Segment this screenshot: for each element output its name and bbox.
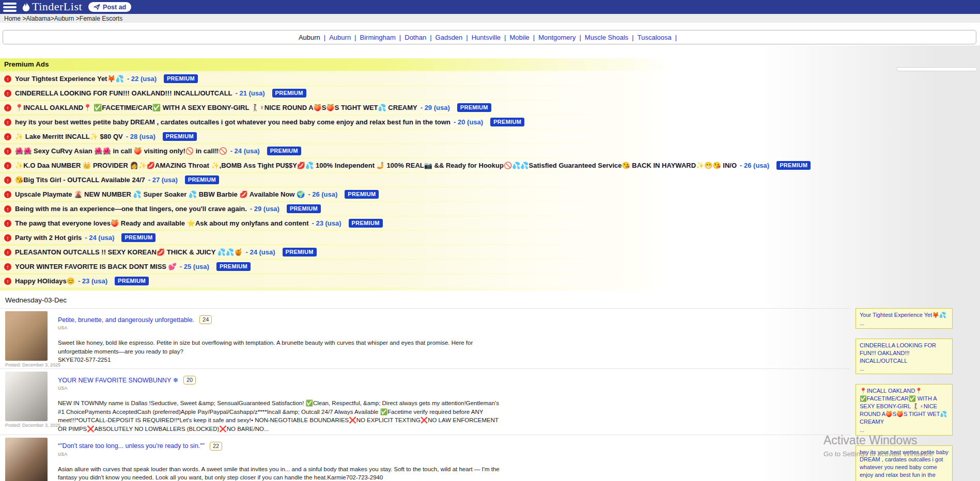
premium-ad-title[interactable]: 🌺🌺 Sexy CuRvy Asian 🌺🌺 in call 🍑 visitin… [15, 147, 227, 155]
sidebar-ad-more-link[interactable]: ... [860, 320, 948, 326]
listing-info-column: “"Don't stare too long... unless you're … [58, 438, 850, 481]
premium-ad-row[interactable]: ↑ 😘Big Tits Girl - OUTCALL Available 24/… [0, 173, 842, 186]
premium-ad-title[interactable]: ✨ Lake Merritt INCALL✨ $80 QV [15, 133, 123, 140]
sidebar-ad-title[interactable]: CINDERELLA LOOKING FOR FUN!!! OAKLAND!!!… [860, 342, 948, 365]
sidebar-premium-ad[interactable]: 📍INCALL OAKLAND📍 ✅FACETIME/CAR✅ WITH A S… [855, 384, 953, 435]
listing-thumbnail[interactable] [5, 372, 48, 421]
premium-ad-row[interactable]: ↑ Party with 2 Hot girls - 24 (usa) PREM… [0, 231, 842, 244]
premium-ad-row[interactable]: ↑ ✨ Lake Merritt INCALL✨ $80 QV - 28 (us… [0, 130, 842, 143]
up-arrow-icon: ↑ [4, 133, 11, 140]
sidebar-ad-title[interactable]: hey its your best wettes petite baby DRE… [860, 448, 948, 481]
breadcrumb-item-auburn[interactable]: Auburn [54, 15, 74, 22]
sidebar-ad-title[interactable]: 📍INCALL OAKLAND📍 ✅FACETIME/CAR✅ WITH A S… [860, 387, 948, 425]
sidebar-premium-ad[interactable]: CINDERELLA LOOKING FOR FUN!!! OAKLAND!!!… [855, 339, 953, 375]
breadcrumb-separator: > [51, 15, 54, 22]
premium-ad-row[interactable]: ↑ Your Tightest Experience Yet🦊💦 - 22 (u… [0, 72, 842, 85]
breadcrumb: Home >Alabama>Auburn >Female Escorts [0, 14, 980, 23]
sidebar-premium-ad[interactable]: Your Tightest Experience Yet🦊💦 ... [855, 308, 953, 329]
premium-ad-row[interactable]: ↑ ✨K.O Daa NUMBER 👑 PROVIDER 👩✨💋AMAZING … [0, 159, 842, 172]
sidebar-ad-more-link[interactable]: ... [860, 365, 948, 372]
city-separator: | [533, 34, 535, 41]
premium-ad-row[interactable]: ↑ 📍INCALL OAKLAND📍 ✅FACETIME/CAR✅ WITH A… [0, 101, 842, 114]
city-separator: | [675, 34, 677, 41]
premium-ad-title[interactable]: YOUR WINTER FAVORITE IS BACK DONT MISS 💕 [15, 263, 177, 270]
breadcrumb-item-alabama[interactable]: Alabama [26, 15, 50, 22]
premium-ad-row[interactable]: ↑ Being with me is an experience—one tha… [0, 202, 842, 215]
city-links-bar: Auburn|Auburn|Birmingham|Dothan|Gadsden|… [3, 30, 976, 44]
premium-ad-row[interactable]: ↑ Upscale Playmate 🌋 NEW NUMBER 💦 Super … [0, 188, 842, 201]
city-link-montgomery[interactable]: Montgomery [538, 34, 575, 41]
up-arrow-icon: ↑ [4, 148, 11, 155]
premium-ad-title[interactable]: Happy HOlidays😊 [15, 277, 75, 285]
city-link-muscle-shoals[interactable]: Muscle Shoals [585, 34, 629, 41]
premium-badge: PREMIUM [457, 103, 491, 112]
premium-ad-title[interactable]: ✨K.O Daa NUMBER 👑 PROVIDER 👩✨💋AMAZING Th… [15, 162, 737, 169]
premium-ad-age: - 23 (usa) [312, 219, 341, 227]
post-ad-label: Post ad [103, 4, 126, 11]
premium-ad-title[interactable]: The pawg that everyone loves🍑 Ready and … [15, 219, 308, 227]
premium-ad-title[interactable]: PLEASANTON OUTCALLS !! SEXY KOREAN💋 THIC… [15, 248, 242, 256]
breadcrumb-item-female-escorts: Female Escorts [80, 15, 122, 22]
premium-badge: PREMIUM [776, 161, 811, 170]
empty-ad-placeholder-box [896, 67, 977, 71]
premium-ad-title[interactable]: Being with me is an experience—one that … [15, 205, 247, 213]
sidebar-ad-title[interactable]: Your Tightest Experience Yet🦊💦 [860, 311, 948, 319]
premium-ad-title[interactable]: hey its your best wettes petite baby DRE… [15, 118, 450, 126]
premium-ad-age: - 20 (usa) [454, 118, 483, 126]
breadcrumb-separator: > [21, 15, 26, 22]
city-link-mobile[interactable]: Mobile [509, 34, 529, 41]
premium-badge: PREMIUM [345, 190, 379, 199]
listing-title-link[interactable]: “"Don't stare too long... unless you're … [58, 442, 205, 450]
premium-ad-title[interactable]: Your Tightest Experience Yet🦊💦 [15, 75, 124, 83]
premium-badge: PREMIUM [164, 74, 198, 83]
listing-title-link[interactable]: YOUR NEW FAVORITE SNOWBUNNY ❄ [58, 376, 178, 384]
listing-title-link[interactable]: Petite, brunette, and dangerously unforg… [58, 316, 194, 324]
premium-ad-row[interactable]: ↑ Happy HOlidays😊 - 23 (usa) PREMIUM [0, 275, 842, 287]
premium-ad-row[interactable]: ↑ hey its your best wettes petite baby D… [0, 116, 842, 129]
city-link-tuscaloosa[interactable]: Tuscaloosa [637, 34, 672, 41]
sidebar-premium-list: Your Tightest Experience Yet🦊💦 ... CINDE… [855, 308, 953, 481]
breadcrumb-item-home[interactable]: Home [4, 15, 21, 22]
premium-ad-row[interactable]: ↑ PLEASANTON OUTCALLS !! SEXY KOREAN💋 TH… [0, 246, 842, 259]
premium-ad-title[interactable]: CINDERELLA LOOKING FOR FUN!!! OAKLAND!!!… [15, 89, 232, 97]
sidebar-premium-ad[interactable]: hey its your best wettes petite baby DRE… [855, 445, 953, 481]
listing-thumbnail[interactable] [5, 438, 48, 481]
premium-ad-title[interactable]: 📍INCALL OAKLAND📍 ✅FACETIME/CAR✅ WITH A S… [15, 104, 417, 111]
premium-badge: PREMIUM [267, 147, 301, 155]
premium-ad-title[interactable]: 😘Big Tits Girl - OUTCALL Available 24/7 [15, 176, 145, 184]
listing-info-column: Petite, brunette, and dangerously unforg… [58, 311, 850, 367]
premium-badge: PREMIUM [216, 262, 251, 271]
listing-posted-date: Posted: December 3, 2025 [5, 362, 50, 367]
premium-badge: PREMIUM [287, 204, 321, 213]
listing-phone: SKYE702-577-2251 [58, 356, 850, 364]
brand-name: TinderList [32, 1, 82, 13]
post-ad-button[interactable]: Post ad [88, 2, 131, 12]
city-separator: | [579, 34, 581, 41]
premium-badge: PREMIUM [490, 118, 524, 126]
listing-country: USA [58, 386, 850, 391]
sidebar-ad-more-link[interactable]: ... [860, 427, 948, 433]
premium-badge: PREMIUM [163, 132, 197, 141]
premium-ad-row[interactable]: ↑ YOUR WINTER FAVORITE IS BACK DONT MISS… [0, 260, 842, 273]
premium-ad-age: - 21 (usa) [236, 89, 265, 97]
premium-ad-title[interactable]: Upscale Playmate 🌋 NEW NUMBER 💦 Super So… [15, 190, 305, 198]
up-arrow-icon: ↑ [4, 104, 11, 111]
city-link-dothan[interactable]: Dothan [405, 34, 426, 41]
premium-ad-row[interactable]: ↑ The pawg that everyone loves🍑 Ready an… [0, 217, 842, 230]
city-link-birmingham[interactable]: Birmingham [360, 34, 396, 41]
premium-ad-row[interactable]: ↑ 🌺🌺 Sexy CuRvy Asian 🌺🌺 in call 🍑 visit… [0, 145, 842, 157]
city-link-auburn[interactable]: Auburn [329, 34, 351, 41]
city-separator: | [466, 34, 468, 41]
premium-ad-row[interactable]: ↑ CINDERELLA LOOKING FOR FUN!!! OAKLAND!… [0, 87, 842, 100]
hamburger-menu-icon[interactable] [3, 3, 17, 12]
brand-logo[interactable]: TinderList [22, 1, 82, 13]
premium-ad-age: - 25 (usa) [180, 263, 209, 270]
city-link-gadsden[interactable]: Gadsden [435, 34, 463, 41]
premium-badge: PREMIUM [185, 175, 219, 184]
up-arrow-icon: ↑ [4, 220, 11, 227]
listing-thumbnail[interactable] [5, 311, 48, 361]
up-arrow-icon: ↑ [4, 162, 11, 169]
premium-ad-title[interactable]: Party with 2 Hot girls [15, 234, 82, 242]
city-link-huntsville[interactable]: Huntsville [472, 34, 501, 41]
listing-posted-date: Posted: December 3, 2025 [5, 423, 50, 428]
